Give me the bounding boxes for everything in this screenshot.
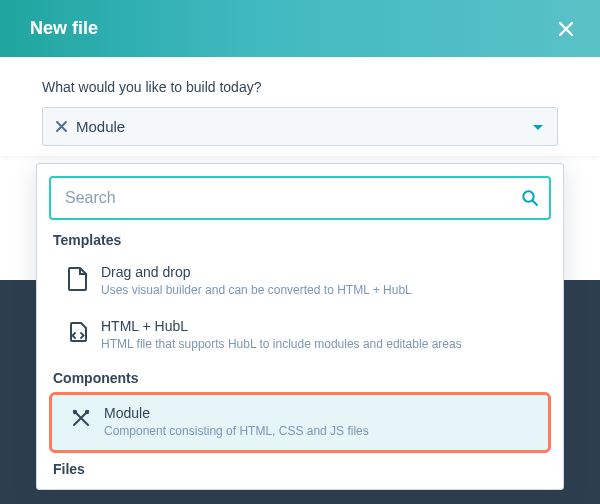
option-desc: HTML file that supports HubL to include … xyxy=(101,336,543,352)
option-label: Drag and drop xyxy=(101,264,543,280)
select-value: Module xyxy=(76,118,531,135)
prompt-text: What would you like to build today? xyxy=(42,79,558,95)
svg-point-1 xyxy=(73,410,77,414)
group-templates-title: Templates xyxy=(53,232,551,248)
option-drag-and-drop[interactable]: Drag and drop Uses visual builder and ca… xyxy=(49,254,551,308)
code-file-icon xyxy=(63,318,93,344)
modal-title: New file xyxy=(30,18,98,39)
tools-icon xyxy=(66,405,96,429)
group-components-title: Components xyxy=(53,370,551,386)
close-button[interactable] xyxy=(556,19,576,39)
dropdown-panel: Templates Drag and drop Uses visual buil… xyxy=(36,163,564,490)
option-desc: Uses visual builder and can be converted… xyxy=(101,282,543,298)
option-label: HTML + HubL xyxy=(101,318,543,334)
option-desc: Component consisting of HTML, CSS and JS… xyxy=(104,423,540,439)
x-icon xyxy=(55,120,68,133)
option-label: Module xyxy=(104,405,540,421)
clear-selection-button[interactable] xyxy=(55,120,68,133)
close-icon xyxy=(556,19,576,39)
option-html-hubl[interactable]: HTML + HubL HTML file that supports HubL… xyxy=(49,308,551,362)
search-icon xyxy=(521,189,539,207)
chevron-down-icon xyxy=(531,120,545,134)
group-files-title: Files xyxy=(53,461,551,477)
file-icon xyxy=(63,264,93,292)
build-type-select[interactable]: Module xyxy=(42,107,558,146)
modal-header: New file xyxy=(0,0,600,57)
option-module[interactable]: Module Component consisting of HTML, CSS… xyxy=(49,392,551,452)
svg-point-2 xyxy=(85,410,89,414)
search-input[interactable] xyxy=(49,176,551,220)
modal-body: What would you like to build today? Modu… xyxy=(0,57,600,156)
search-wrap xyxy=(49,176,551,220)
